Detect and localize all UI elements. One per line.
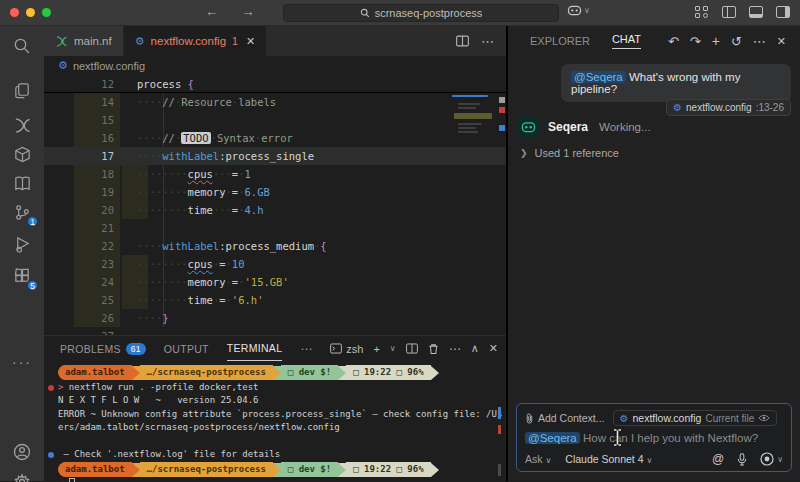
tab-problems[interactable]: PROBLEMS61 <box>60 343 146 355</box>
minimap[interactable] <box>452 93 494 217</box>
code-line-18[interactable]: 18········cpus···=·1 <box>44 165 506 183</box>
terminal-scroll-mark <box>498 407 501 419</box>
maximize-window-button[interactable] <box>42 8 51 17</box>
code-line-20[interactable]: 20········time···=·4.h <box>44 201 506 219</box>
terminal-line: N E X T F L O W ~ version 25.04.6 <box>58 394 506 407</box>
problems-badge: 61 <box>126 343 146 355</box>
code-line-21[interactable]: 21 <box>44 219 506 237</box>
command-center-search[interactable]: scrnaseq-postprocess <box>283 4 559 22</box>
new-chat-icon[interactable]: + <box>712 33 720 49</box>
tab-chat[interactable]: CHAT <box>612 33 641 49</box>
undo-icon[interactable]: ↶ <box>668 34 679 49</box>
activity-source-control-button[interactable]: 1 <box>0 198 44 226</box>
maximize-panel-icon[interactable]: ∧ <box>471 342 479 355</box>
code-line-12[interactable]: 12process { <box>44 75 506 93</box>
terminal[interactable]: adam.talbot…/scrnaseq-postprocess□ dev $… <box>44 361 506 482</box>
command-decoration-error[interactable] <box>48 385 54 391</box>
toggle-secondary-sidebar-button[interactable] <box>776 6 790 18</box>
mode-picker[interactable]: Ask ∨ <box>525 453 551 465</box>
extensions-badge: 5 <box>26 279 39 292</box>
minimize-window-button[interactable] <box>26 8 35 17</box>
code-line-15[interactable]: 15 <box>44 111 506 129</box>
line-number: 15 <box>44 111 114 129</box>
customize-layout-button[interactable] <box>695 6 709 18</box>
close-window-button[interactable] <box>10 8 19 17</box>
split-terminal-icon[interactable] <box>406 343 418 354</box>
activity-extensions-button[interactable]: 5 <box>0 262 44 290</box>
tab-terminal[interactable]: TERMINAL <box>227 336 283 361</box>
assistant-name: Seqera <box>548 120 588 134</box>
editor-more-actions-icon[interactable]: ⋯ <box>481 34 494 49</box>
breadcrumb[interactable]: ⚙ nextflow.config <box>44 56 506 75</box>
code-line-17[interactable]: 17····withLabel:process_single <box>44 147 506 165</box>
trash-icon[interactable] <box>428 343 439 355</box>
file-reference-chip[interactable]: ⚙ nextflow.config:13-26 <box>666 99 791 116</box>
chat-input-box[interactable]: Add Context... ⚙ nextflow.config Current… <box>516 403 792 472</box>
activity-run-debug-button[interactable] <box>0 230 44 258</box>
send-button[interactable]: ∨ <box>760 452 783 466</box>
account-button[interactable] <box>0 438 44 466</box>
close-tab-icon[interactable]: ✕ <box>246 35 255 48</box>
close-panel-icon[interactable]: ✕ <box>489 342 498 355</box>
activity-search-button[interactable] <box>0 32 44 60</box>
activity-nextflow-button[interactable] <box>0 111 44 139</box>
shell-picker[interactable]: zsh <box>330 343 363 355</box>
search-icon <box>12 36 32 56</box>
microphone-icon[interactable] <box>737 453 747 466</box>
activity-docs-button[interactable] <box>0 169 44 197</box>
activity-containers-button[interactable] <box>0 140 44 168</box>
chat-input-field[interactable]: @Seqera How can I help you with Nextflow… <box>525 432 783 444</box>
terminal-line <box>58 435 506 448</box>
redo-icon[interactable]: ↷ <box>690 34 701 49</box>
overview-mark <box>499 97 505 103</box>
mention-icon[interactable]: @ <box>712 452 724 466</box>
toggle-sidebar-button[interactable] <box>722 6 736 18</box>
code-line-26[interactable]: 26····} <box>44 309 506 327</box>
sticky-scroll-line[interactable]: 12process { <box>44 75 506 93</box>
code-editor[interactable]: 14····//·Resource·labels1516····//·TODO·… <box>44 93 506 335</box>
tab-nextflow-config[interactable]: ⚙ nextflow.config 1 ✕ <box>124 26 266 56</box>
chat-more-icon[interactable]: ⋯ <box>753 34 766 49</box>
split-editor-icon[interactable] <box>456 35 469 47</box>
command-decoration-info[interactable] <box>48 452 54 458</box>
overview-error-mark <box>499 107 505 113</box>
tab-problem-count: 1 <box>232 35 238 47</box>
terminal-line: — Check '.nextflow.log' file for details <box>58 448 506 461</box>
powerline-segment: …/scrnaseq-postprocess <box>140 365 273 380</box>
used-references-toggle[interactable]: ❯ Used 1 reference <box>520 147 619 159</box>
code-line-19[interactable]: 19········memory·=·6.GB <box>44 183 506 201</box>
panel-more-actions-icon[interactable]: ⋯ <box>449 342 461 356</box>
powerline-segment: adam.talbot <box>58 365 132 380</box>
bottom-panel: PROBLEMS61 OUTPUT TERMINAL ⋯ zsh + ∨ ⋯ ∧… <box>44 335 506 481</box>
context-file-chip[interactable]: ⚙ nextflow.config Current file <box>613 410 778 426</box>
overview-info-mark <box>499 125 505 131</box>
tab-main-nf[interactable]: main.nf <box>44 26 124 56</box>
settings-button[interactable]: 1 <box>0 468 44 482</box>
eye-icon[interactable] <box>758 414 770 422</box>
code-line-27[interactable]: 27 <box>44 327 506 335</box>
tab-explorer[interactable]: EXPLORER <box>530 35 590 47</box>
code-line-23[interactable]: 23········cpus·=·10 <box>44 255 506 273</box>
breadcrumb-file: nextflow.config <box>73 60 145 72</box>
send-icon <box>760 452 774 466</box>
code-line-24[interactable]: 24········memory·=·'15.GB' <box>44 273 506 291</box>
code-line-22[interactable]: 22····withLabel:process_medium·{ <box>44 237 506 255</box>
assistant-menu-button[interactable]: ∨ <box>567 4 590 17</box>
code-line-14[interactable]: 14····//·Resource·labels <box>44 93 506 111</box>
history-nav[interactable]: ← → <box>205 4 265 19</box>
activity-explorer-button[interactable] <box>0 76 44 104</box>
terminal-line: > nextflow run . -profile docker,test <box>58 381 506 394</box>
panel-more-icon[interactable]: ⋯ <box>300 342 312 356</box>
more-views-button[interactable]: ··· <box>0 348 44 376</box>
code-line-25[interactable]: 25········time·=·'6.h' <box>44 291 506 309</box>
code-line-16[interactable]: 16····//·TODO·Syntax·error <box>44 129 506 147</box>
model-picker[interactable]: Claude Sonnet 4 ∨ <box>565 453 652 465</box>
close-chat-icon[interactable]: ✕ <box>777 35 786 48</box>
chevron-down-icon[interactable]: ∨ <box>390 344 396 353</box>
new-terminal-button[interactable]: + <box>373 343 379 355</box>
history-icon[interactable]: ↺ <box>731 34 742 49</box>
minimap-highlight <box>454 113 492 119</box>
toggle-panel-button[interactable] <box>749 6 763 18</box>
add-context-button[interactable]: Add Context... <box>525 412 605 424</box>
tab-output[interactable]: OUTPUT <box>164 343 209 355</box>
